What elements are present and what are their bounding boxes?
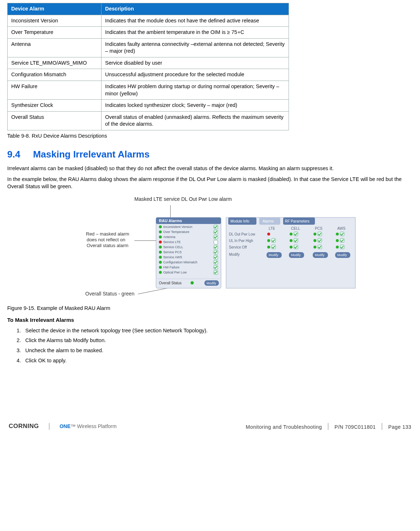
footer-chapter: Monitoring and Troubleshooting: [246, 424, 322, 430]
figure-label-left-2: does not reflect on: [87, 237, 125, 242]
grid-checkbox[interactable]: [318, 245, 322, 249]
section-number: 9.4: [7, 149, 20, 160]
row-ul-in-pwr-high: UL In Pwr High: [229, 239, 253, 243]
col-aws: AWS: [337, 226, 346, 230]
grid-modify-label: Modify: [291, 253, 301, 257]
module-panel: Module Info Alarms RF Parameters DL Out …: [226, 217, 355, 288]
figure-label-left-3: Overall status alarm: [87, 243, 129, 248]
table-row: Configuration MismatchUnsuccessful adjus…: [8, 69, 289, 81]
grid-checkbox[interactable]: [272, 245, 276, 249]
th-description: Description: [101, 3, 289, 15]
grid-status-dot: [313, 233, 316, 236]
cell-description: Service disabled by user: [101, 57, 289, 69]
page-footer: CORNING | ONE™ Wireless Platform Monitor…: [4, 418, 416, 431]
instruction-step: Click the Alarms tab Modify button.: [22, 337, 416, 344]
alarm-item-label: Inconsistent Version: [163, 225, 192, 229]
grid-modify-label: Modify: [269, 253, 278, 257]
paragraph: In the example below, the RAU Alarms dia…: [7, 176, 413, 190]
cell-description: Indicates HW problem during startup or d…: [101, 81, 289, 99]
tab-alarms[interactable]: Alarms: [263, 219, 274, 223]
grid-status-dot: [290, 239, 293, 242]
grid-status-dot: [267, 246, 270, 249]
subheading: To Mask Irrelevant Alarms: [7, 316, 413, 324]
grid-checkbox[interactable]: [318, 238, 322, 242]
tab-rf-parameters[interactable]: RF Parameters: [285, 219, 309, 223]
grid-status-dot: [267, 239, 270, 242]
grid-checkbox[interactable]: [340, 232, 344, 236]
status-dot: [159, 241, 162, 243]
grid-status-dot: [313, 246, 316, 249]
cell-device-alarm: Inconsistent Version: [8, 15, 101, 27]
grid-checkbox[interactable]: [294, 245, 298, 249]
table-row: Overall StatusOverall status of enabled …: [8, 111, 289, 130]
cell-description: Overall status of enabled (unmasked) ala…: [101, 111, 289, 130]
alarm-item-label: Service LTE: [163, 240, 181, 244]
table-row: Service LTE_MIMO/AWS_MIMOService disable…: [8, 57, 289, 69]
alarm-mask-checkbox[interactable]: [214, 240, 218, 244]
status-dot: [159, 230, 162, 233]
cell-device-alarm: Overall Status: [8, 111, 101, 130]
cell-description: Indicates that the module does not have …: [101, 15, 289, 27]
grid-status-dot: [267, 233, 270, 236]
alarm-item-label: Optical Pwr Low: [163, 271, 187, 274]
cell-description: Unsuccessful adjustment procedure for th…: [101, 69, 289, 81]
grid-checkbox[interactable]: [318, 232, 322, 236]
figure-caption: Figure 9-15. Example of Masked RAU Alarm: [7, 305, 413, 312]
cell-description: Indicates locked synthesizer clock; Seve…: [101, 100, 289, 112]
table-row: Synthesizer ClockIndicates locked synthe…: [8, 100, 289, 112]
section-heading: 9.4 Masking Irrelevant Alarms: [7, 148, 416, 161]
modify-button-label: Modify: [207, 281, 216, 285]
grid-status-dot: [336, 233, 339, 236]
paragraph: Irrelevant alarms can be masked (disable…: [7, 165, 413, 172]
status-dot: [159, 246, 162, 249]
status-dot: [159, 266, 162, 269]
grid-modify-label: Modify: [315, 253, 325, 257]
alarm-item-label: Service CELL: [163, 245, 183, 249]
cell-description: Indicates faulty antenna connectivity –e…: [101, 38, 289, 57]
alarm-item-label: Over Temperature: [163, 230, 189, 234]
cell-description: Indicates that the ambient temperature i…: [101, 27, 289, 39]
grid-status-dot: [336, 239, 339, 242]
grid-status-dot: [336, 246, 339, 249]
status-dot: [159, 225, 162, 228]
col-pcs: PCS: [315, 226, 322, 230]
instruction-step: Select the device in the network topolog…: [22, 327, 416, 334]
instruction-step: Uncheck the alarm to be masked.: [22, 347, 416, 354]
dialog-title: RAU Alarms: [159, 219, 182, 223]
grid-checkbox[interactable]: [340, 238, 344, 242]
alarm-item-label: HW Failure: [163, 266, 179, 269]
grid-checkbox[interactable]: [294, 232, 298, 236]
figure: Masked LTE service DL Out Pwr Low alarm …: [4, 195, 416, 303]
cell-device-alarm: HW Failure: [8, 81, 101, 99]
section-title: Masking Irrelevant Alarms: [33, 149, 150, 160]
figure-label-left-1: Red – masked alarm: [86, 231, 129, 237]
grid-checkbox[interactable]: [272, 238, 276, 242]
cell-device-alarm: Configuration Mismatch: [8, 69, 101, 81]
grid-checkbox[interactable]: [294, 238, 298, 242]
th-device-alarm: Device Alarm: [8, 3, 101, 15]
status-dot: [159, 271, 162, 274]
table-row: AntennaIndicates faulty antenna connecti…: [8, 38, 289, 57]
status-dot: [159, 251, 162, 254]
brand-one-wireless: ONE™ Wireless Platform: [60, 423, 117, 430]
col-cell: CELL: [291, 226, 300, 230]
status-dot: [159, 261, 162, 264]
alarm-item-label: Service AWS: [163, 255, 182, 259]
grid-status-dot: [290, 233, 293, 236]
footer-page: Page 133: [388, 424, 411, 430]
overall-status-label: Overall Status: [159, 281, 182, 285]
alarm-item-label: Antenna: [163, 235, 176, 239]
figure-label-bottom: Overall Status - green: [85, 291, 134, 297]
footer-pn: P/N 709C011801: [334, 424, 376, 430]
grid-checkbox[interactable]: [340, 245, 344, 249]
cell-device-alarm: Over Temperature: [8, 27, 101, 39]
col-lte: LTE: [269, 226, 275, 230]
grid-status-dot: [290, 246, 293, 249]
grid-modify-label: Modify: [337, 253, 347, 257]
row-service-off: Service Off: [229, 245, 247, 249]
tab-module-info[interactable]: Module Info: [230, 219, 250, 223]
table-row: HW FailureIndicates HW problem during st…: [8, 81, 289, 99]
grid-status-dot: [313, 239, 316, 242]
brand-corning: CORNING: [9, 422, 39, 431]
device-alarm-table: Device Alarm Description Inconsistent Ve…: [7, 3, 289, 130]
